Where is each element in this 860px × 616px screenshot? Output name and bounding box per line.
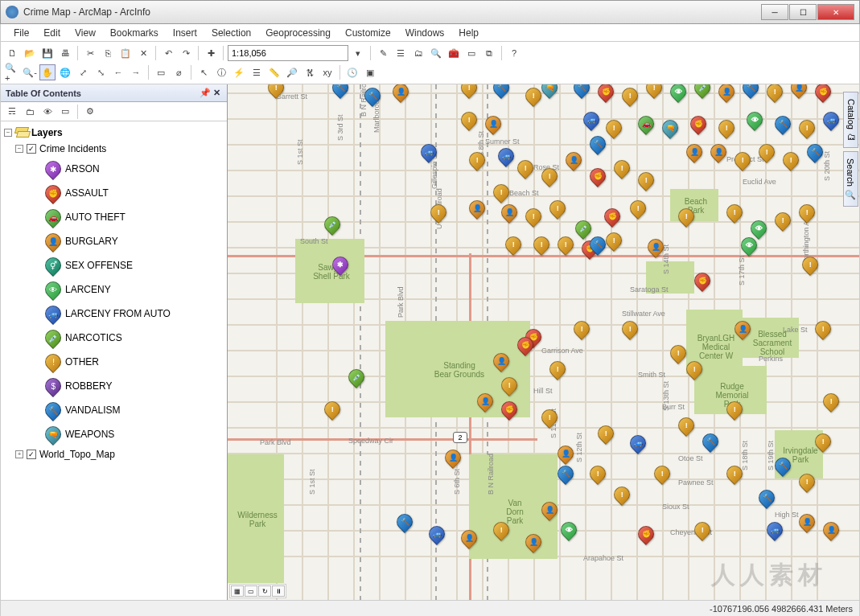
crime-marker[interactable]: ✱	[332, 257, 348, 277]
layout-view-icon[interactable]: ▭	[245, 585, 257, 597]
crime-marker[interactable]: !	[718, 120, 734, 141]
menu-view[interactable]: View	[68, 26, 102, 40]
crime-marker[interactable]: 👤	[710, 144, 726, 165]
crime-marker[interactable]: !	[614, 487, 630, 507]
crime-marker[interactable]: !	[505, 236, 521, 257]
crime-marker[interactable]: 👤	[493, 353, 509, 374]
crime-marker[interactable]: 👤	[558, 446, 574, 466]
goto-xy-icon[interactable]: xy	[319, 64, 335, 80]
menu-bookmarks[interactable]: Bookmarks	[104, 26, 165, 40]
crime-marker[interactable]: !	[799, 120, 815, 141]
crime-marker[interactable]: !	[775, 212, 791, 233]
catalog-tab[interactable]: Catalog 🗂	[843, 92, 858, 148]
pan-icon[interactable]: ✋	[39, 64, 56, 80]
crime-marker[interactable]: !	[726, 466, 743, 487]
collapse-icon[interactable]: −	[15, 145, 23, 153]
crime-marker[interactable]: !	[598, 425, 614, 446]
open-icon[interactable]: 📂	[22, 45, 38, 61]
crime-marker[interactable]: 👤	[799, 514, 815, 535]
crime-marker[interactable]: !	[517, 160, 533, 181]
crime-marker[interactable]: 👤	[485, 116, 501, 137]
print-icon[interactable]: 🖶	[57, 45, 73, 61]
undo-icon[interactable]: ↶	[160, 45, 176, 61]
crime-marker[interactable]: !	[767, 84, 783, 105]
minimize-button[interactable]: ─	[761, 4, 788, 20]
crime-marker[interactable]: 🔨	[574, 84, 590, 101]
crime-marker[interactable]: 👁	[670, 84, 686, 105]
find-icon[interactable]: 🔎	[284, 64, 300, 80]
crime-marker[interactable]: 👤	[541, 502, 558, 523]
arc-toolbox-icon[interactable]: 🧰	[446, 45, 462, 61]
crime-marker[interactable]: !	[783, 152, 799, 173]
full-extent-icon[interactable]: 🌐	[57, 64, 73, 80]
crime-marker[interactable]: 🚙	[498, 148, 514, 169]
redo-icon[interactable]: ↷	[178, 45, 194, 61]
crime-marker[interactable]: !	[469, 152, 485, 173]
create-viewer-icon[interactable]: ▣	[362, 64, 378, 80]
data-view-icon[interactable]: ▦	[231, 585, 244, 597]
zoom-in-icon[interactable]: 🔍+	[4, 64, 20, 80]
select-features-icon[interactable]: ▭	[153, 64, 169, 80]
crime-marker[interactable]: !	[638, 172, 654, 193]
crime-marker[interactable]: !	[815, 321, 831, 342]
whats-this-icon[interactable]: ?	[506, 45, 522, 61]
crime-marker[interactable]: !	[734, 152, 751, 173]
crime-marker[interactable]: 🔫	[541, 84, 558, 101]
pause-icon[interactable]: ⏸	[272, 585, 285, 597]
select-elements-icon[interactable]: ↖	[195, 64, 212, 80]
fixed-zoom-in-icon[interactable]: ⤢	[75, 64, 91, 80]
zoom-out-icon[interactable]: 🔍-	[22, 64, 38, 80]
menu-edit[interactable]: Edit	[37, 26, 67, 40]
crime-marker[interactable]: 🔨	[775, 116, 791, 137]
crime-marker[interactable]: !	[678, 208, 694, 229]
crime-marker[interactable]: !	[726, 401, 743, 422]
menu-selection[interactable]: Selection	[205, 26, 257, 40]
crime-marker[interactable]: !	[823, 393, 839, 414]
crime-marker[interactable]: !	[646, 84, 662, 101]
crime-marker[interactable]: !	[541, 168, 558, 189]
crime-marker[interactable]: 👤	[461, 530, 477, 551]
crime-marker[interactable]: 👤	[525, 534, 541, 555]
list-by-source-icon[interactable]: 🗀	[22, 104, 38, 120]
back-extent-icon[interactable]: ←	[110, 64, 126, 80]
crime-marker[interactable]: ✊	[517, 337, 533, 358]
crime-marker[interactable]: 🚙	[421, 144, 437, 165]
crime-marker[interactable]: 🔨	[558, 466, 574, 487]
pin-icon[interactable]: 📌	[200, 88, 211, 98]
crime-marker[interactable]: !	[525, 88, 541, 109]
crime-marker[interactable]: !	[759, 144, 775, 165]
crime-marker[interactable]: 👤	[501, 204, 517, 225]
crime-marker[interactable]: !	[574, 321, 590, 342]
crime-marker[interactable]: 👤	[823, 522, 839, 543]
crime-marker[interactable]: 🚙	[630, 435, 646, 456]
crime-marker[interactable]: !	[678, 417, 694, 438]
crime-marker[interactable]: !	[614, 160, 630, 181]
maximize-button[interactable]: ☐	[789, 4, 817, 20]
crime-marker[interactable]: !	[694, 522, 710, 543]
crime-marker[interactable]: ✊	[815, 84, 831, 105]
menu-insert[interactable]: Insert	[167, 26, 204, 40]
crime-marker[interactable]: 👤	[734, 321, 751, 342]
crime-marker[interactable]: ✊	[501, 401, 517, 422]
crime-marker[interactable]: !	[324, 401, 340, 422]
save-icon[interactable]: 💾	[39, 45, 56, 61]
crime-marker[interactable]: !	[590, 466, 606, 487]
crime-marker[interactable]: !	[461, 112, 477, 133]
crime-marker[interactable]: ✊	[598, 84, 614, 105]
crime-marker[interactable]: 💉	[694, 84, 710, 101]
list-by-visibility-icon[interactable]: 👁	[39, 104, 56, 120]
crime-marker[interactable]: !	[268, 84, 284, 101]
map-canvas[interactable]: SawyerShell ParkStandingBear GroundsWild…	[228, 84, 859, 600]
crime-marker[interactable]: 👁	[561, 522, 577, 543]
crime-marker[interactable]: !	[493, 522, 509, 543]
options-icon[interactable]: ⚙	[82, 104, 98, 120]
clear-selection-icon[interactable]: ⌀	[171, 64, 187, 80]
copy-icon[interactable]: ⎘	[100, 45, 116, 61]
catalog-icon[interactable]: 🗂	[410, 45, 426, 61]
crime-marker[interactable]: 💉	[324, 216, 340, 237]
crime-marker[interactable]: ✊	[590, 168, 606, 189]
tree-root[interactable]: − Layers	[4, 125, 224, 141]
crime-marker[interactable]: 👤	[469, 200, 485, 221]
hyperlink-icon[interactable]: ⚡	[231, 64, 247, 80]
forward-extent-icon[interactable]: →	[128, 64, 144, 80]
